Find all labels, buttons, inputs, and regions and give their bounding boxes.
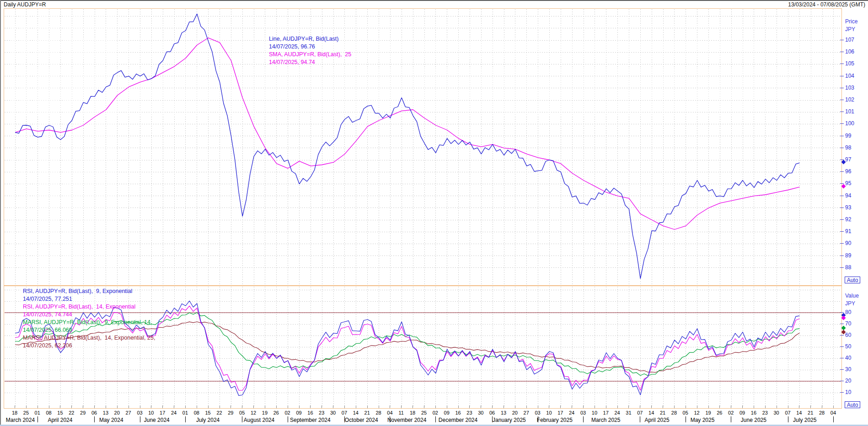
sma-line bbox=[15, 38, 799, 229]
x-date-label: 23 bbox=[316, 410, 327, 415]
price-tick-mark bbox=[840, 136, 844, 136]
x-tick-mark bbox=[640, 405, 640, 408]
x-date-label: 05 bbox=[680, 410, 691, 415]
x-date-label: 15 bbox=[54, 410, 65, 415]
x-date-label: 26 bbox=[271, 410, 282, 415]
x-date-label: 10 bbox=[589, 410, 600, 415]
price-tick-label: 97 bbox=[845, 156, 863, 163]
x-date-label: 13 bbox=[100, 410, 111, 415]
x-tick-mark bbox=[242, 405, 242, 408]
value-tick-mark bbox=[840, 335, 844, 335]
x-date-label: 21 bbox=[362, 410, 373, 415]
x-date-label: 26 bbox=[714, 410, 725, 415]
x-tick-mark bbox=[492, 405, 493, 408]
x-date-label: 19 bbox=[259, 410, 270, 415]
x-tick-mark bbox=[435, 405, 436, 408]
x-date-label: 28 bbox=[816, 410, 827, 415]
x-date-label: 16 bbox=[748, 410, 759, 415]
x-date-label: 16 bbox=[305, 410, 316, 415]
chart-title: Daily AUDJPY=R bbox=[4, 1, 46, 8]
x-date-label: 28 bbox=[373, 410, 384, 415]
x-tick-mark bbox=[390, 405, 390, 408]
value-tick-mark bbox=[840, 392, 844, 393]
x-date-label: 29 bbox=[77, 410, 88, 415]
rsi-legend-label: MARSI, AUDJPY=R, Bid(Last), 9, Exponenti… bbox=[23, 319, 152, 326]
price-tick-label: 99 bbox=[845, 133, 863, 139]
x-tick-mark bbox=[651, 405, 652, 408]
x-date-label: 27 bbox=[521, 410, 532, 415]
x-date-label: 31 bbox=[623, 410, 634, 415]
x-date-label: 03 bbox=[134, 410, 145, 415]
price-tick-label: 96 bbox=[845, 168, 863, 175]
x-tick-mark bbox=[174, 405, 174, 408]
x-tick-mark bbox=[731, 405, 731, 408]
x-date-label: 05 bbox=[236, 410, 247, 415]
price-axis-auto-button[interactable]: Auto bbox=[845, 277, 860, 283]
price-tick-label: 103 bbox=[845, 85, 863, 91]
rsi-legend-label: MARSI, AUDJPY=R, Bid(Last), 14, Exponent… bbox=[23, 334, 155, 342]
rsi-legend-label: RSI, AUDJPY=R, Bid(Last), 14, Exponentia… bbox=[23, 303, 135, 311]
value-tick-label: 50 bbox=[845, 343, 863, 350]
x-date-label: 06 bbox=[89, 410, 100, 415]
x-date-label: 24 bbox=[566, 410, 577, 415]
x-date-label: 08 bbox=[191, 410, 202, 415]
price-tick-label: 95 bbox=[845, 180, 863, 186]
price-panel[interactable] bbox=[4, 8, 842, 286]
price-tick-mark bbox=[840, 196, 844, 196]
month-separator bbox=[492, 416, 493, 422]
x-tick-mark bbox=[788, 405, 788, 408]
x-tick-mark bbox=[117, 405, 118, 408]
x-date-label: 18 bbox=[9, 410, 20, 415]
month-separator bbox=[344, 416, 345, 422]
x-tick-mark bbox=[515, 405, 515, 408]
value-axis-auto-button[interactable]: Auto bbox=[845, 401, 860, 408]
x-tick-mark bbox=[481, 405, 481, 408]
value-tick-label: 60 bbox=[845, 332, 863, 338]
price-chart[interactable] bbox=[4, 9, 841, 285]
x-tick-mark bbox=[15, 405, 15, 408]
window-top-border bbox=[0, 0, 868, 1]
x-date-label: 27 bbox=[123, 410, 134, 415]
x-date-label: 02 bbox=[282, 410, 293, 415]
window-left-border bbox=[0, 0, 1, 426]
price-tick-mark bbox=[840, 171, 844, 172]
value-tick-label: 10 bbox=[845, 389, 863, 395]
x-date-label: 07 bbox=[782, 410, 793, 415]
x-tick-mark bbox=[458, 405, 459, 408]
price-tick-label: 90 bbox=[845, 240, 863, 246]
x-date-label: 14 bbox=[350, 410, 361, 415]
price-tick-mark bbox=[840, 112, 844, 112]
x-date-label: 04 bbox=[828, 410, 839, 415]
x-tick-mark bbox=[469, 405, 470, 408]
x-tick-mark bbox=[333, 405, 333, 408]
price-axis-title: Price bbox=[845, 18, 857, 25]
x-date-label: 17 bbox=[600, 410, 611, 415]
x-tick-mark bbox=[686, 405, 686, 408]
x-tick-mark bbox=[367, 405, 368, 408]
x-tick-mark bbox=[526, 405, 527, 408]
x-date-label: 19 bbox=[703, 410, 714, 415]
month-separator bbox=[242, 416, 242, 422]
x-tick-mark bbox=[220, 405, 220, 408]
value-tick-mark bbox=[840, 346, 844, 347]
value-tick-label: 30 bbox=[845, 366, 863, 373]
x-tick-mark bbox=[106, 405, 106, 408]
x-date-label: 24 bbox=[612, 410, 623, 415]
x-tick-mark bbox=[185, 405, 186, 408]
x-date-label: 02 bbox=[725, 410, 736, 415]
x-tick-mark bbox=[208, 405, 209, 408]
x-tick-mark bbox=[60, 405, 60, 408]
x-date-label: 01 bbox=[32, 410, 43, 415]
x-tick-mark bbox=[777, 405, 777, 408]
x-date-label: 18 bbox=[407, 410, 418, 415]
price-tick-mark bbox=[840, 231, 844, 232]
x-tick-mark bbox=[71, 405, 72, 408]
value-axis-title: Value bbox=[845, 293, 859, 299]
price-tick-label: 106 bbox=[845, 48, 863, 55]
x-tick-mark bbox=[401, 405, 402, 408]
rsi-legend-value: 14/07/2025, 62.206 bbox=[23, 342, 72, 350]
month-separator bbox=[38, 416, 38, 422]
price-axis-unit: JPY bbox=[845, 26, 855, 32]
x-tick-mark bbox=[628, 405, 629, 408]
x-date-label: 12 bbox=[691, 410, 702, 415]
